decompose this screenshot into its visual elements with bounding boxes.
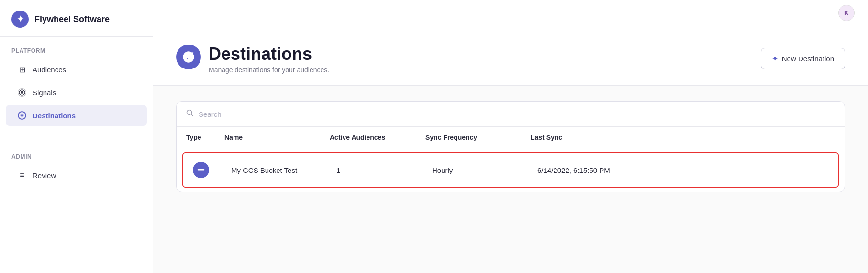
page-title-text: Destinations Manage destinations for you… <box>209 44 329 74</box>
content-area: Type Name Active Audiences Sync Frequenc… <box>153 86 868 207</box>
search-bar <box>177 102 845 127</box>
row-sync-frequency-cell: Hourly <box>432 166 537 174</box>
row-last-sync-cell: 6/14/2022, 6:15:50 PM <box>537 166 828 174</box>
sidebar-item-signals[interactable]: Signals <box>6 82 147 103</box>
topbar: K <box>153 0 868 26</box>
search-input[interactable] <box>199 110 835 118</box>
sidebar-item-destinations[interactable]: Destinations <box>6 105 147 126</box>
audiences-icon: ⊞ <box>17 65 27 74</box>
page-subtitle: Manage destinations for your audiences. <box>209 66 329 74</box>
logo-area: ✦ Flywheel Software <box>0 0 153 37</box>
platform-section-label: Platform <box>0 37 153 58</box>
destinations-icon <box>17 111 27 120</box>
table-header: Type Name Active Audiences Sync Frequenc… <box>177 127 845 148</box>
new-destination-button-icon: ✦ <box>772 54 778 63</box>
page-title-icon <box>176 45 201 69</box>
new-destination-button-label: New Destination <box>782 55 834 63</box>
logo-icon: ✦ <box>11 11 29 28</box>
sidebar: ✦ Flywheel Software Platform ⊞ Audiences… <box>0 0 153 273</box>
new-destination-button[interactable]: ✦ New Destination <box>761 48 845 69</box>
sidebar-item-review[interactable]: ≡ Review <box>6 165 147 186</box>
user-avatar[interactable]: K <box>838 5 855 21</box>
col-sync-frequency: Sync Frequency <box>425 134 531 141</box>
sidebar-item-signals-label: Signals <box>33 89 56 97</box>
sidebar-item-review-label: Review <box>33 171 56 180</box>
search-icon <box>186 109 194 119</box>
logo-text: Flywheel Software <box>34 14 110 24</box>
sidebar-item-audiences[interactable]: ⊞ Audiences <box>6 59 147 80</box>
page-title: Destinations <box>209 44 329 64</box>
row-name-cell: My GCS Bucket Test <box>231 166 336 174</box>
sidebar-item-destinations-label: Destinations <box>33 112 76 120</box>
page-title-section: Destinations Manage destinations for you… <box>176 44 329 74</box>
destination-type-icon <box>193 162 209 178</box>
row-active-audiences-cell: 1 <box>336 166 432 174</box>
sidebar-item-audiences-label: Audiences <box>33 66 66 74</box>
main-content: K Destinations Manage destinations for y… <box>153 0 868 273</box>
col-type: Type <box>186 134 224 141</box>
svg-point-4 <box>21 114 23 116</box>
col-last-sync: Last Sync <box>531 134 835 141</box>
page-header: Destinations Manage destinations for you… <box>153 26 868 86</box>
admin-section-label: Admin <box>0 143 153 164</box>
svg-rect-7 <box>198 169 204 170</box>
svg-rect-8 <box>198 171 204 172</box>
svg-point-0 <box>21 91 23 94</box>
row-type-cell <box>193 162 231 178</box>
destinations-card: Type Name Active Audiences Sync Frequenc… <box>176 101 845 192</box>
review-icon: ≡ <box>17 171 27 180</box>
col-active-audiences: Active Audiences <box>330 134 425 141</box>
signals-icon <box>17 88 27 97</box>
col-name: Name <box>224 134 330 141</box>
table-row[interactable]: My GCS Bucket Test 1 Hourly 6/14/2022, 6… <box>182 152 839 188</box>
